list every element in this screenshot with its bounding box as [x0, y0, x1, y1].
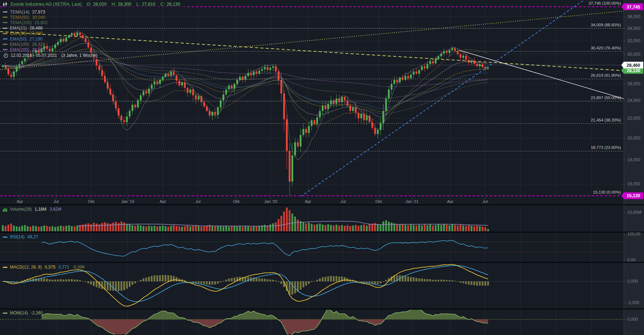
ohlc-close-value: 28,130	[166, 2, 180, 7]
indicator-color-dash	[3, 17, 7, 18]
svg-text:22,000: 22,000	[627, 116, 640, 121]
svg-text:10,00M: 10,00M	[627, 210, 642, 215]
legend-row-ema-21[interactable]: EMA(21)28,488	[3, 26, 51, 31]
date-range-selector[interactable]: 12.02.2018 - 05.07.2021 (3 Jahre, 1 Woch…	[3, 53, 100, 59]
svg-text:100,00: 100,00	[627, 232, 640, 237]
volume-legend[interactable]: Volume(28) 1,18M 3,62M	[3, 207, 65, 212]
svg-text:18,773 (23.60%): 18,773 (23.60%)	[591, 145, 621, 150]
indicator-color-dash	[3, 38, 7, 39]
candlestick-chart-icon	[3, 2, 8, 7]
panel-separator	[0, 204, 644, 205]
indicator-color-dash	[3, 11, 7, 12]
volume-bars-icon	[3, 207, 7, 212]
svg-text:28,130: 28,130	[627, 68, 640, 73]
indicator-legend-list: TEMA(14)27,973TEMA(50)30,040TEMA(200)25,…	[3, 9, 51, 53]
svg-text:Okt: Okt	[88, 199, 95, 204]
svg-text:Jul: Jul	[196, 199, 201, 204]
chart-canvas[interactable]: 37,745 (100.00%)34,009 (88.60%)30,420 (7…	[0, 0, 644, 335]
indicator-label: EMA(21)	[10, 26, 27, 31]
indicator-label: TEMA(14)	[10, 10, 29, 15]
svg-text:0,00: 0,00	[627, 258, 636, 263]
svg-text:30,000: 30,000	[627, 52, 640, 57]
macd-label: MACD(12, 26, 9)	[10, 265, 42, 270]
price-badge-28460: 28,460	[621, 62, 643, 69]
svg-text:26,000: 26,000	[627, 81, 640, 86]
svg-text:Jul: Jul	[341, 199, 346, 204]
svg-text:Jul: Jul	[483, 199, 488, 204]
ohlc-low-label: L:	[136, 2, 140, 7]
price-badge-15130: 15,130	[621, 192, 643, 199]
rsi-label: RSI(14)	[10, 234, 24, 240]
svg-text:Okt: Okt	[375, 199, 382, 204]
mom-color-dash	[3, 313, 7, 314]
indicator-value: 28,488	[29, 26, 43, 31]
ohlc-open-value: 28,020	[93, 2, 106, 7]
svg-text:15,130: 15,130	[627, 193, 640, 198]
indicator-color-dash	[3, 22, 7, 23]
rsi-value: 49,27	[27, 234, 38, 240]
date-range-duration: (3 Jahre, 1 Woche)	[61, 53, 98, 58]
indicator-value: 26,579	[32, 47, 45, 52]
svg-text:Jan '21: Jan '21	[406, 199, 419, 204]
svg-text:28,460: 28,460	[627, 63, 640, 68]
svg-text:0,000: 0,000	[627, 279, 638, 284]
ohlc-high-label: H:	[112, 2, 116, 7]
date-range-text: 12.02.2018 - 05.07.2021	[11, 53, 57, 58]
ohlc-low-value: 27,810	[142, 2, 155, 7]
macd-line-value: 0,375	[45, 265, 55, 270]
volume-ma-value: 3,62M	[50, 207, 61, 212]
indicator-label: EMA(50)	[10, 37, 27, 42]
svg-text:21,454 (38.20%): 21,454 (38.20%)	[591, 118, 621, 122]
svg-text:30,420 (76.40%): 30,420 (76.40%)	[591, 46, 621, 50]
svg-text:20,000: 20,000	[627, 136, 640, 141]
instrument-name: Evonik Industries AG (XETRA, Last)	[11, 2, 82, 7]
indicator-color-dash	[3, 49, 7, 50]
indicator-label: EMA(100)	[10, 42, 29, 47]
svg-text:Jan '19: Jan '19	[121, 199, 134, 204]
macd-legend[interactable]: MACD(12, 26, 9) 0,375 0,771 -0,396	[3, 265, 88, 270]
panel-separator	[0, 232, 644, 233]
mom-legend[interactable]: MOM(14) -2,260	[3, 310, 46, 316]
legend-row-tema-200[interactable]: TEMA(200)25,802	[3, 20, 51, 25]
panel-separator	[0, 262, 644, 263]
svg-text:37,745: 37,745	[627, 5, 640, 10]
legend-row-ema-200[interactable]: EMA(200)26,579	[3, 47, 51, 52]
trading-chart-window: 37,745 (100.00%)34,009 (88.60%)30,420 (7…	[0, 0, 644, 335]
macd-color-dash	[3, 267, 7, 268]
indicator-color-dash	[3, 44, 7, 45]
svg-text:15,130 (0.00%): 15,130 (0.00%)	[593, 190, 621, 194]
svg-text:24,000: 24,000	[627, 98, 640, 103]
svg-text:34,000: 34,000	[627, 26, 640, 31]
svg-text:23,897 (50.00%): 23,897 (50.00%)	[591, 96, 621, 100]
svg-text:Jul: Jul	[54, 199, 59, 204]
indicator-color-dash	[3, 28, 7, 29]
indicator-label: TEMA(50)	[10, 15, 29, 20]
indicator-value: 26,324	[32, 42, 45, 47]
svg-text:16,000: 16,000	[627, 182, 640, 187]
svg-text:Apr: Apr	[447, 199, 453, 204]
svg-text:36,000: 36,000	[627, 14, 640, 19]
indicator-value: 27,190	[29, 37, 43, 42]
indicator-value: 25,802	[34, 20, 48, 25]
legend-row-ema-38[interactable]: EMA(38)27,680	[3, 31, 51, 36]
svg-text:Apr: Apr	[17, 199, 23, 204]
panel-separator	[0, 308, 644, 309]
svg-text:Apr: Apr	[305, 199, 311, 204]
clock-icon	[4, 53, 8, 58]
svg-text:Okt: Okt	[233, 199, 240, 204]
legend-row-ema-100[interactable]: EMA(100)26,324	[3, 42, 51, 47]
macd-hist-value: -0,396	[72, 265, 84, 270]
instrument-title-row[interactable]: Evonik Industries AG (XETRA, Last) O: 28…	[3, 1, 187, 7]
ohlc-close-label: C:	[160, 2, 165, 7]
rsi-legend[interactable]: RSI(14) 49,27	[3, 234, 41, 240]
legend-row-ema-50[interactable]: EMA(50)27,190	[3, 36, 51, 42]
indicator-label: EMA(200)	[10, 47, 29, 52]
svg-text:Apr: Apr	[160, 199, 166, 204]
indicator-value: 27,973	[32, 10, 45, 15]
legend-row-tema-50[interactable]: TEMA(50)30,040	[3, 15, 51, 20]
svg-text:32,000: 32,000	[627, 38, 640, 43]
indicator-value: 30,040	[32, 15, 45, 20]
svg-text:26,619 (61.80%): 26,619 (61.80%)	[591, 73, 621, 77]
legend-row-tema-14[interactable]: TEMA(14)27,973	[3, 9, 51, 15]
price-badge-37745: 37,745	[621, 4, 643, 10]
